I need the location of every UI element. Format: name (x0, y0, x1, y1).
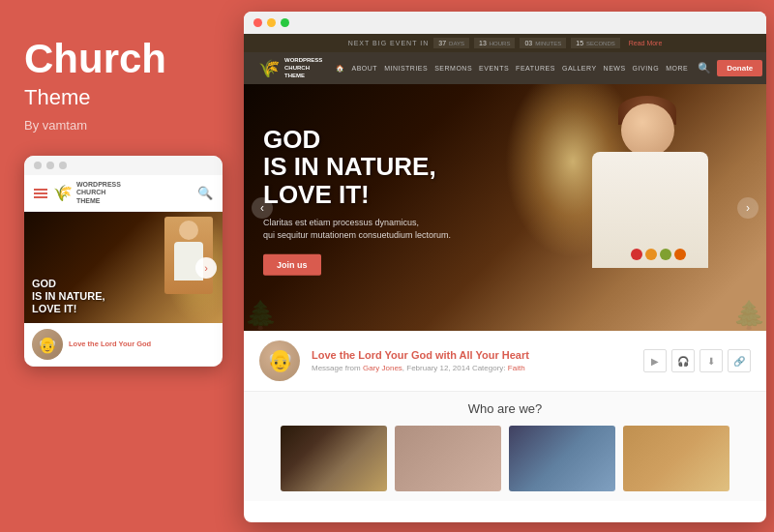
minutes-count-box: 03 MINUTES (520, 38, 566, 48)
sermon-share-button[interactable]: 🔗 (728, 349, 751, 372)
mobile-next-arrow[interactable]: › (195, 257, 217, 279)
donate-button[interactable]: Donate (717, 60, 762, 76)
nav-about[interactable]: ABOUT (352, 65, 378, 72)
mobile-dot-yellow (46, 162, 54, 169)
sermon-section: 👴 Love the Lord Your God with All Your H… (244, 331, 766, 392)
days-label: DAYS (449, 41, 464, 46)
who-images (259, 426, 751, 491)
sermon-meta: Message from Gary Jones, February 12, 20… (312, 364, 632, 372)
seconds-count: 15 (576, 40, 583, 46)
hero-person-face (621, 103, 674, 157)
hero-person-produce (631, 249, 689, 287)
hero-content: GOD IS IN NATURE, LOVE IT! Claritas est … (263, 126, 451, 276)
window-controls (244, 12, 766, 34)
minutes-label: MINUTES (535, 41, 561, 46)
who-title: Who are we? (259, 401, 751, 416)
days-count: 37 (438, 40, 446, 46)
mobile-sermon-title: Love the Lord Your God (69, 340, 151, 349)
nav-ministries[interactable]: MINISTRIES (384, 65, 428, 72)
mobile-preview: 🌾 WORDPRESSCHURCHTHEME 🔍 GOD IS IN NATUR… (24, 156, 223, 367)
nav-events[interactable]: EVENTS (479, 65, 509, 72)
desktop-top-bar: NEXT BIG EVENT IN 37 DAYS 13 HOURS 03 MI… (244, 34, 766, 52)
nav-news[interactable]: NEWS (604, 65, 626, 72)
mobile-logo-area: 🌾 WORDPRESSCHURCHTHEME (53, 181, 121, 205)
tree-right-icon: 🌲 (732, 299, 766, 331)
sermon-category-link[interactable]: Faith (508, 364, 525, 372)
produce-pepper (674, 249, 686, 260)
seconds-label: SECONDS (586, 41, 615, 46)
hero-prev-arrow[interactable]: ‹ (252, 197, 273, 219)
mobile-avatar-face: 👴 (38, 336, 57, 354)
window-maximize-dot[interactable] (281, 18, 289, 27)
hours-count: 13 (479, 40, 487, 46)
nav-more[interactable]: MORE (666, 65, 688, 72)
window-close-dot[interactable] (253, 18, 262, 27)
who-image-3 (509, 426, 615, 491)
sermon-title[interactable]: Love the Lord Your God with All Your Hea… (312, 349, 632, 361)
who-image-2 (395, 426, 501, 491)
mobile-search-icon[interactable]: 🔍 (197, 186, 213, 200)
desktop-nav-links: 🏠 ABOUT MINISTRIES SERMONS EVENTS FEATUR… (336, 65, 688, 73)
days-count-box: 37 DAYS (433, 38, 469, 48)
desktop-nav-right: 🔍 Donate (698, 60, 762, 76)
nav-gallery[interactable]: GALLERY (562, 65, 597, 72)
produce-green (660, 249, 671, 260)
sermon-headphone-button[interactable]: 🎧 (671, 349, 695, 372)
page-title: Church (24, 39, 213, 79)
mobile-person-figure (164, 217, 213, 294)
mobile-dot-green (59, 162, 67, 169)
hero-next-arrow[interactable]: › (737, 197, 759, 219)
sermon-play-button[interactable]: ▶ (643, 349, 667, 372)
hero-person-figure (563, 84, 737, 331)
event-label: NEXT BIG EVENT IN (348, 40, 430, 46)
tree-left-icon: 🌲 (244, 299, 278, 331)
hours-label: HOURS (490, 41, 511, 46)
hours-count-box: 13 HOURS (474, 38, 515, 48)
mobile-nav: 🌾 WORDPRESSCHURCHTHEME 🔍 (24, 175, 223, 212)
mobile-logo-text: WORDPRESSCHURCHTHEME (76, 181, 121, 205)
mobile-hero-text: GOD IS IN NATURE, LOVE IT! (32, 278, 105, 316)
who-section: Who are we? (244, 392, 766, 501)
hero-person-body (592, 152, 708, 268)
desktop-search-icon[interactable]: 🔍 (698, 62, 711, 74)
seconds-count-box: 15 SECONDS (571, 38, 619, 48)
who-image-1 (281, 426, 387, 491)
desktop-logo-text: WORDPRESSCHURCHTHEME (284, 57, 322, 79)
author-line: By vamtam (24, 118, 213, 133)
nav-home[interactable]: 🏠 (336, 65, 345, 73)
sermon-author-link[interactable]: Gary Jones (363, 364, 402, 372)
hero-title: GOD IS IN NATURE, LOVE IT! (263, 126, 451, 209)
mobile-dot-red (34, 162, 42, 169)
sermon-content: Love the Lord Your God with All Your Hea… (312, 349, 632, 372)
sermon-icons: ▶ 🎧 ⬇ 🔗 (643, 349, 751, 372)
desktop-logo: 🌾 WORDPRESSCHURCHTHEME (258, 57, 326, 79)
sermon-category-label: Category: (472, 364, 506, 372)
desktop-logo-icon: 🌾 (258, 58, 280, 79)
sermon-date: February 12, 2014 (406, 364, 469, 372)
mobile-hero: GOD IS IN NATURE, LOVE IT! › (24, 212, 223, 323)
mobile-logo-icon: 🌾 (53, 184, 73, 202)
who-image-4 (623, 426, 729, 491)
nav-giving[interactable]: GIVING (633, 65, 660, 72)
mobile-person-face (179, 221, 198, 240)
sermon-download-button[interactable]: ⬇ (700, 349, 723, 372)
hero-trees: 🌲 🌲 (244, 307, 766, 331)
hamburger-icon[interactable] (34, 189, 47, 198)
desktop-nav: 🌾 WORDPRESSCHURCHTHEME 🏠 ABOUT MINISTRIE… (244, 52, 766, 84)
produce-orange (645, 249, 657, 260)
mobile-top-bar (24, 156, 223, 175)
page-subtitle: Theme (24, 85, 213, 110)
nav-features[interactable]: FEATURES (516, 65, 555, 72)
read-more-link[interactable]: Read More (629, 40, 663, 46)
sermon-meta-prefix: Message from (312, 364, 361, 372)
nav-sermons[interactable]: SERMONS (434, 65, 472, 72)
sermon-avatar: 👴 (259, 340, 300, 381)
desktop-preview: NEXT BIG EVENT IN 37 DAYS 13 HOURS 03 MI… (244, 12, 766, 522)
window-minimize-dot[interactable] (267, 18, 276, 27)
produce-tomato (631, 249, 642, 260)
mobile-sermon-row: 👴 Love the Lord Your God (24, 323, 223, 367)
hero-subtitle: Claritas est etiam processus dynamicus,q… (263, 217, 451, 243)
mobile-avatar: 👴 (32, 329, 63, 360)
join-us-button[interactable]: Join us (263, 254, 321, 276)
desktop-hero: GOD IS IN NATURE, LOVE IT! Claritas est … (244, 84, 766, 331)
